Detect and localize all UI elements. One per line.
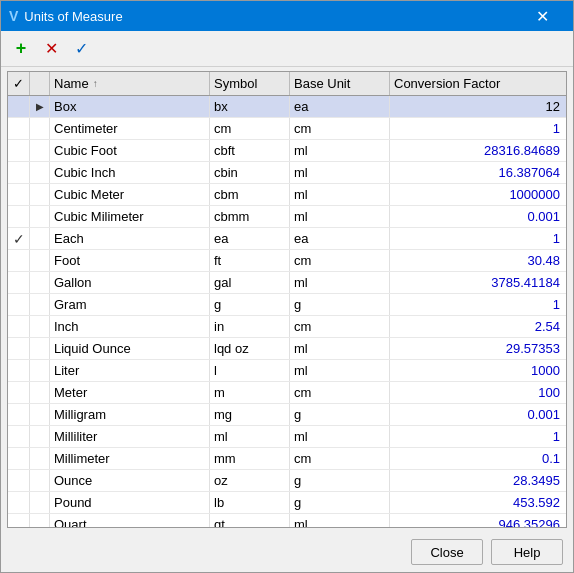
row-name: Ounce — [50, 470, 210, 491]
row-conversion: 2.54 — [390, 316, 566, 337]
row-arrow — [30, 470, 50, 491]
row-check[interactable] — [8, 206, 30, 227]
table-row[interactable]: ✓Eacheaea1 — [8, 228, 566, 250]
row-arrow — [30, 184, 50, 205]
row-check[interactable]: ✓ — [8, 228, 30, 249]
row-name: Cubic Milimeter — [50, 206, 210, 227]
table-row[interactable]: Poundlbg453.592 — [8, 492, 566, 514]
add-button[interactable]: + — [7, 36, 35, 62]
row-conversion: 12 — [390, 96, 566, 117]
row-check[interactable] — [8, 96, 30, 117]
table-row[interactable]: Footftcm30.48 — [8, 250, 566, 272]
row-check[interactable] — [8, 162, 30, 183]
row-symbol: mm — [210, 448, 290, 469]
row-check[interactable] — [8, 426, 30, 447]
table-row[interactable]: Liquid Ouncelqd ozml29.57353 — [8, 338, 566, 360]
row-symbol: cbm — [210, 184, 290, 205]
row-name: Liquid Ounce — [50, 338, 210, 359]
table-row[interactable]: Millilitermlml1 — [8, 426, 566, 448]
table-row[interactable]: Metermcm100 — [8, 382, 566, 404]
app-icon: V — [9, 8, 18, 24]
table-row[interactable]: Ounceozg28.3495 — [8, 470, 566, 492]
row-arrow — [30, 404, 50, 425]
row-check[interactable] — [8, 382, 30, 403]
table-row[interactable]: Milligrammgg0.001 — [8, 404, 566, 426]
row-conversion: 1 — [390, 118, 566, 139]
row-conversion: 100 — [390, 382, 566, 403]
close-window-button[interactable]: ✕ — [519, 1, 565, 31]
row-check[interactable] — [8, 448, 30, 469]
window-title: Units of Measure — [24, 9, 122, 24]
row-symbol: oz — [210, 470, 290, 491]
delete-button[interactable]: ✕ — [37, 36, 65, 62]
table-row[interactable]: Inchincm2.54 — [8, 316, 566, 338]
row-check[interactable] — [8, 492, 30, 513]
th-name[interactable]: Name ↑ — [50, 72, 210, 95]
table-row[interactable]: Centimetercmcm1 — [8, 118, 566, 140]
row-check[interactable] — [8, 294, 30, 315]
row-base-unit: cm — [290, 250, 390, 271]
row-name: Milliliter — [50, 426, 210, 447]
table-row[interactable]: Cubic Footcbftml28316.84689 — [8, 140, 566, 162]
row-name: Inch — [50, 316, 210, 337]
table-row[interactable]: Gramgg1 — [8, 294, 566, 316]
table-row[interactable]: ▶Boxbxea12 — [8, 96, 566, 118]
row-check[interactable] — [8, 404, 30, 425]
title-bar-left: V Units of Measure — [9, 8, 123, 24]
table-row[interactable]: Gallongalml3785.41184 — [8, 272, 566, 294]
row-conversion: 3785.41184 — [390, 272, 566, 293]
row-check[interactable] — [8, 140, 30, 161]
row-base-unit: ea — [290, 228, 390, 249]
th-base-unit[interactable]: Base Unit — [290, 72, 390, 95]
th-conversion-factor[interactable]: Conversion Factor — [390, 72, 566, 95]
row-base-unit: ml — [290, 162, 390, 183]
row-arrow — [30, 228, 50, 249]
row-check[interactable] — [8, 272, 30, 293]
row-name: Gallon — [50, 272, 210, 293]
row-arrow — [30, 426, 50, 447]
row-name: Each — [50, 228, 210, 249]
row-conversion: 30.48 — [390, 250, 566, 271]
table-body[interactable]: ▶Boxbxea12Centimetercmcm1Cubic Footcbftm… — [8, 96, 566, 527]
row-name: Milligram — [50, 404, 210, 425]
row-base-unit: cm — [290, 448, 390, 469]
th-symbol[interactable]: Symbol — [210, 72, 290, 95]
row-check[interactable] — [8, 470, 30, 491]
table-row[interactable]: Literlml1000 — [8, 360, 566, 382]
row-arrow — [30, 118, 50, 139]
row-name: Gram — [50, 294, 210, 315]
row-symbol: cbin — [210, 162, 290, 183]
row-base-unit: ml — [290, 360, 390, 381]
row-conversion: 1 — [390, 426, 566, 447]
th-arrow — [30, 72, 50, 95]
th-name-label: Name — [54, 76, 89, 91]
main-window: V Units of Measure ✕ + ✕ ✓ ✓ Name ↑ Symb… — [0, 0, 574, 573]
table-row[interactable]: Millimetermmcm0.1 — [8, 448, 566, 470]
table-row[interactable]: Cubic Metercbmml1000000 — [8, 184, 566, 206]
row-check[interactable] — [8, 316, 30, 337]
row-check[interactable] — [8, 118, 30, 139]
row-base-unit: ml — [290, 140, 390, 161]
row-name: Cubic Meter — [50, 184, 210, 205]
row-conversion: 1000000 — [390, 184, 566, 205]
row-base-unit: g — [290, 294, 390, 315]
row-base-unit: g — [290, 470, 390, 491]
row-arrow — [30, 162, 50, 183]
row-base-unit: ml — [290, 426, 390, 447]
confirm-button[interactable]: ✓ — [67, 36, 95, 62]
row-check[interactable] — [8, 338, 30, 359]
table-row[interactable]: Quartqtml946.35296 — [8, 514, 566, 527]
table-row[interactable]: Cubic Milimetercbmmml0.001 — [8, 206, 566, 228]
row-check[interactable] — [8, 360, 30, 381]
row-symbol: cm — [210, 118, 290, 139]
row-check[interactable] — [8, 514, 30, 527]
row-name: Foot — [50, 250, 210, 271]
close-button[interactable]: Close — [411, 539, 483, 565]
table-row[interactable]: Cubic Inchcbinml16.387064 — [8, 162, 566, 184]
row-conversion: 0.001 — [390, 206, 566, 227]
row-check[interactable] — [8, 184, 30, 205]
row-check[interactable] — [8, 250, 30, 271]
row-name: Cubic Inch — [50, 162, 210, 183]
row-symbol: lqd oz — [210, 338, 290, 359]
help-button[interactable]: Help — [491, 539, 563, 565]
